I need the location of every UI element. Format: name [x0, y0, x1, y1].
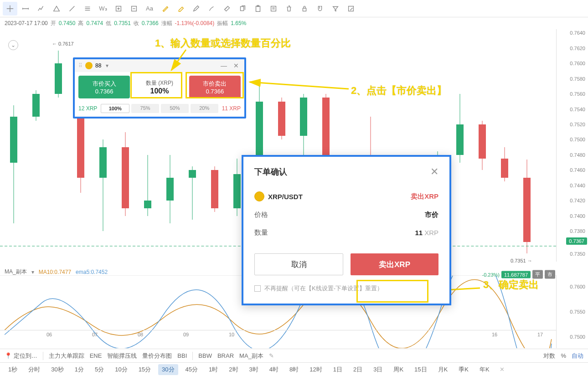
text-icon[interactable]: Aa: [142, 2, 157, 15]
svg-rect-5: [271, 6, 276, 11]
tf-close-icon[interactable]: ✕: [500, 366, 505, 373]
ruler-icon[interactable]: [220, 2, 234, 15]
ind-item[interactable]: 量价分布图: [142, 352, 172, 360]
low-marker: 0.7351 →: [511, 258, 532, 263]
timeframe-2时[interactable]: 2时: [225, 364, 242, 375]
timeframe-3日[interactable]: 3日: [370, 364, 386, 375]
pencil-icon[interactable]: [189, 2, 203, 15]
timeframe-15分[interactable]: 15分: [135, 364, 155, 375]
timeframe-2日[interactable]: 2日: [350, 364, 366, 375]
y-axis-sub[interactable]: 0.76000.75500.7500: [556, 275, 588, 348]
coin-icon: [254, 191, 264, 201]
log-scale[interactable]: 对数: [543, 352, 555, 360]
paste-icon[interactable]: [251, 2, 265, 15]
locate-button[interactable]: 📍 定位到…: [5, 352, 37, 360]
ind-item[interactable]: MA_副本: [239, 352, 263, 360]
filter-icon[interactable]: [328, 2, 343, 15]
ind-item[interactable]: BRAR: [217, 352, 234, 359]
timeframe-4时[interactable]: 4时: [266, 364, 282, 375]
pct-100[interactable]: 100%: [101, 104, 129, 113]
cancel-button[interactable]: 取消: [254, 253, 343, 275]
x-axis[interactable]: 06070809101617: [0, 330, 556, 339]
ind-edit-icon[interactable]: ✎: [269, 352, 274, 359]
ind-item[interactable]: ENE: [90, 352, 102, 359]
order-panel-header[interactable]: ⠿ 88 ▾ — ✕: [75, 59, 244, 72]
magnet-icon[interactable]: [313, 2, 327, 15]
minimize-icon[interactable]: —: [219, 62, 229, 69]
svg-rect-2: [241, 6, 244, 10]
y-tick: 0.7500: [570, 137, 585, 142]
timeframe-年K[interactable]: 年K: [476, 364, 493, 375]
ind-item[interactable]: 智能撑压线: [107, 352, 137, 360]
timeframe-1分[interactable]: 1分: [71, 364, 88, 375]
y-tick: 0.7350: [570, 251, 585, 257]
datetime: 2023-07-17 17:00: [5, 20, 48, 26]
ind-item[interactable]: BBW: [198, 352, 212, 359]
timeframe-15日[interactable]: 15日: [411, 364, 430, 375]
order-confirm-modal: 下单确认 ✕ XRP/USDT 卖出XRP 价格 市价 数量 11XRP 取消 …: [242, 155, 451, 305]
marker-icon[interactable]: [204, 2, 219, 15]
market-buy-button[interactable]: 市价买入 0.7366: [78, 76, 130, 98]
timeframe-月K[interactable]: 月K: [434, 364, 452, 375]
levels-icon[interactable]: [80, 2, 95, 15]
copy-icon[interactable]: [235, 2, 250, 15]
svg-rect-3: [256, 6, 260, 11]
long-pos-icon[interactable]: [111, 2, 126, 15]
brush-icon[interactable]: [158, 2, 172, 15]
y-axis[interactable]: 0.76400.76200.76000.75800.75600.75400.75…: [556, 29, 588, 262]
market-button[interactable]: 市: [545, 270, 555, 279]
timeframe-30秒[interactable]: 30秒: [47, 364, 67, 375]
pct-50[interactable]: 50%: [161, 104, 189, 113]
y-tick: 0.7620: [570, 46, 585, 51]
pct-20[interactable]: 20%: [191, 104, 218, 113]
close-icon[interactable]: ✕: [232, 62, 241, 69]
y-tick: 0.7460: [570, 167, 585, 173]
ind-item[interactable]: BBI: [177, 352, 187, 359]
timeframe-1时[interactable]: 1时: [205, 364, 222, 375]
percent-buttons: 100% 75% 50% 20%: [101, 104, 218, 113]
timeframe-8时[interactable]: 8时: [286, 364, 302, 375]
hline-icon[interactable]: [18, 2, 33, 15]
timeframe-1秒[interactable]: 1秒: [5, 364, 21, 375]
drawing-toolbar: W₃ Aa: [0, 0, 588, 17]
trend-icon[interactable]: [34, 2, 48, 15]
trash-icon[interactable]: [282, 2, 296, 15]
quantity-field[interactable]: 数量 (XRP) 100%: [134, 76, 185, 98]
sell-balance: 11 XRP: [222, 105, 241, 112]
market-sell-button[interactable]: 市价卖出 0.7366: [189, 76, 241, 98]
annotation-1: 1、输入数量或选择数量百分比: [155, 36, 291, 50]
ind-item[interactable]: 主力大单跟踪: [49, 352, 84, 360]
timeframe-45分[interactable]: 45分: [182, 364, 201, 375]
wave-icon[interactable]: W₃: [96, 2, 110, 15]
timeframe-30分[interactable]: 30分: [158, 364, 178, 375]
pct-scale[interactable]: %: [561, 352, 566, 359]
line-icon[interactable]: [65, 2, 79, 15]
short-pos-icon[interactable]: [127, 2, 141, 15]
crosshair-icon[interactable]: [3, 2, 17, 15]
timeframe-周K[interactable]: 周K: [390, 364, 407, 375]
timeframe-12时[interactable]: 12时: [306, 364, 325, 375]
high-marker: ← 0.7617: [52, 41, 74, 46]
lock-icon[interactable]: [297, 2, 312, 15]
dont-remind-checkbox[interactable]: [254, 285, 261, 292]
timeframe-3时[interactable]: 3时: [246, 364, 262, 375]
auto-scale[interactable]: 自动: [572, 352, 583, 360]
triangle-icon[interactable]: [49, 2, 64, 15]
timeframe-10分[interactable]: 10分: [111, 364, 131, 375]
timeframe-1日[interactable]: 1日: [330, 364, 346, 375]
edit-icon[interactable]: [344, 2, 358, 15]
modal-close-icon[interactable]: ✕: [430, 166, 438, 178]
buy-balance: 12 XRP: [78, 105, 97, 112]
eraser-icon[interactable]: [173, 2, 188, 15]
chevron-down-icon[interactable]: ▾: [106, 62, 108, 69]
timeframe-分时[interactable]: 分时: [25, 364, 44, 375]
y-tick: 0.7367: [566, 237, 587, 245]
y-sub-tick: 0.7500: [570, 334, 585, 340]
list-icon[interactable]: [266, 2, 281, 15]
close-pos-button[interactable]: 平: [532, 270, 543, 279]
x-tick: 10: [229, 332, 234, 337]
timeframe-季K[interactable]: 季K: [455, 364, 472, 375]
confirm-sell-button[interactable]: 卖出XRP: [351, 253, 438, 275]
timeframe-5分[interactable]: 5分: [91, 364, 108, 375]
pct-75[interactable]: 75%: [131, 104, 159, 113]
